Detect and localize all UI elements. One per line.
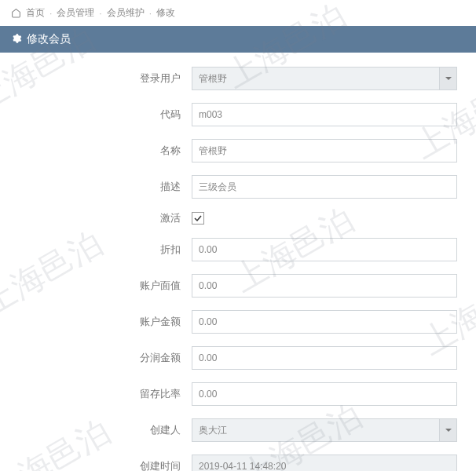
label-login-user: 登录用户 bbox=[11, 71, 192, 86]
breadcrumb-member-mgmt[interactable]: 会员管理 bbox=[57, 6, 94, 20]
code-input[interactable] bbox=[192, 103, 457, 126]
label-commission-amount: 分润金额 bbox=[11, 351, 192, 365]
form-area: 登录用户 管根野 代码 名称 描述 激活 折扣 账户面值 bbox=[0, 53, 476, 471]
chevron-down-icon bbox=[439, 68, 456, 89]
commission-amount-input[interactable] bbox=[192, 346, 457, 370]
breadcrumb: 首页 · 会员管理 · 会员维护 · 修改 bbox=[0, 0, 476, 26]
label-name: 名称 bbox=[11, 144, 192, 158]
label-code: 代码 bbox=[11, 108, 192, 122]
create-time-field: 2019-04-11 14:48:20 bbox=[192, 455, 457, 471]
retention-rate-input[interactable] bbox=[192, 382, 457, 406]
chevron-down-icon bbox=[439, 419, 456, 441]
description-input[interactable] bbox=[192, 175, 457, 199]
gear-icon bbox=[11, 33, 22, 46]
breadcrumb-separator: · bbox=[49, 8, 52, 19]
home-icon bbox=[11, 8, 21, 19]
creator-select[interactable]: 奥大江 bbox=[192, 418, 457, 442]
label-account-amount: 账户金额 bbox=[11, 315, 192, 329]
panel-title: 修改会员 bbox=[27, 32, 71, 46]
account-amount-input[interactable] bbox=[192, 310, 457, 334]
label-create-time: 创建时间 bbox=[11, 459, 192, 471]
name-input[interactable] bbox=[192, 139, 457, 162]
active-checkbox[interactable] bbox=[192, 212, 204, 225]
label-retention-rate: 留存比率 bbox=[11, 387, 192, 401]
creator-value: 奥大江 bbox=[199, 424, 227, 437]
check-icon bbox=[193, 214, 203, 223]
panel-header: 修改会员 bbox=[0, 26, 476, 53]
label-creator: 创建人 bbox=[11, 423, 192, 437]
label-discount: 折扣 bbox=[11, 243, 192, 257]
label-account-face-value: 账户面值 bbox=[11, 279, 192, 293]
login-user-value: 管根野 bbox=[199, 72, 227, 86]
breadcrumb-separator: · bbox=[99, 8, 101, 19]
breadcrumb-home[interactable]: 首页 bbox=[26, 6, 45, 20]
login-user-select[interactable]: 管根野 bbox=[192, 67, 457, 90]
breadcrumb-current: 修改 bbox=[156, 6, 175, 20]
discount-input[interactable] bbox=[192, 238, 457, 261]
label-description: 描述 bbox=[11, 180, 192, 194]
label-active: 激活 bbox=[11, 211, 192, 225]
account-face-value-input[interactable] bbox=[192, 274, 457, 298]
breadcrumb-member-maint[interactable]: 会员维护 bbox=[107, 6, 145, 20]
breadcrumb-separator: · bbox=[149, 8, 152, 19]
